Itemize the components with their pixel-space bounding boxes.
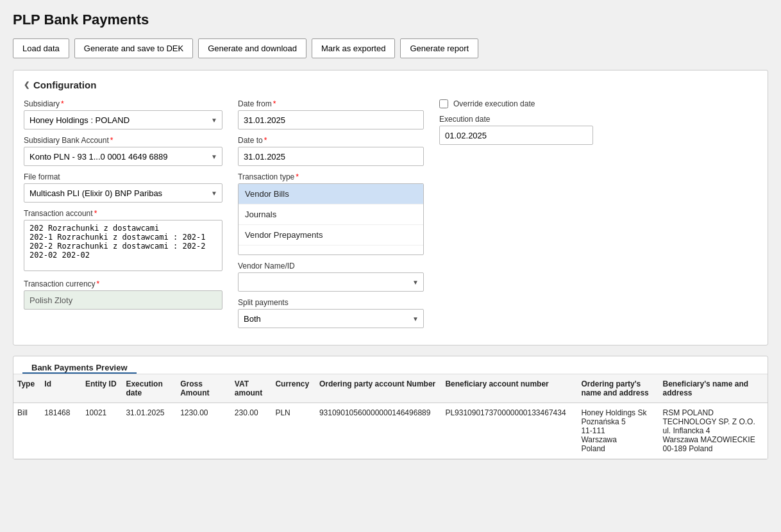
col-header-ordering-name: Ordering party's name and address [577,374,659,403]
config-col-3: Override execution date Execution date [439,99,757,335]
transaction-currency-label: Transaction currency* [24,279,223,288]
config-grid: Subsidiary* Honey Holdings : POLAND Subs… [24,99,757,335]
col-header-ben-name: Beneficiary's name and address [659,374,768,403]
table-body: Bill 181468 10021 31.01.2025 1230.00 230… [13,403,768,459]
file-format-label: File format [24,172,223,181]
file-format-group: File format Multicash PLI (Elixir 0) BNP… [24,172,223,203]
execution-date-label: Execution date [439,115,757,124]
load-data-button[interactable]: Load data [13,38,69,58]
chevron-icon: ❮ [24,81,29,89]
split-payments-label: Split payments [238,298,424,307]
transaction-account-group: Transaction account* 202 Rozrachunki z d… [24,209,223,273]
vendor-name-select-wrapper [238,272,424,292]
split-payments-select-wrapper: BothYesNo [238,309,424,328]
bank-account-label: Subsidiary Bank Account* [24,136,223,145]
config-col-2: Date from* Date to* Transaction type* [238,99,424,335]
split-payments-group: Split payments BothYesNo [238,298,424,328]
cell-gross: 1230.00 [176,403,231,459]
col-header-vat: VAT amount [231,374,272,403]
bank-account-select-wrapper: Konto PLN - 93 1...0 0001 4649 6889 [24,147,223,166]
col-header-currency: Currency [271,374,315,403]
file-format-select-wrapper: Multicash PLI (Elixir 0) BNP Paribas [24,183,223,203]
config-header: ❮ Configuration [24,79,757,90]
file-format-select[interactable]: Multicash PLI (Elixir 0) BNP Paribas [24,183,223,203]
date-to-input[interactable] [238,147,424,166]
cell-ben-name: RSM POLAND TECHNOLOGY SP. Z O.O. ul. Inf… [659,403,768,459]
execution-date-group: Execution date [439,115,757,145]
preview-section: Bank Payments Preview Type Id Entity ID … [13,356,768,460]
toolbar: Load data Generate and save to DEK Gener… [13,38,768,58]
generate-report-button[interactable]: Generate report [400,38,478,58]
col-header-exec: Execution date [122,374,176,403]
date-from-group: Date from* [238,99,424,129]
cell-ordering-num: 93109010560000000146496889 [315,403,441,459]
transaction-type-list-wrapper: Vendor Bills Journals Vendor Prepayments [238,183,424,255]
cell-currency: PLN [271,403,315,459]
tt-item-journals[interactable]: Journals [239,204,423,225]
col-header-ordering-num: Ordering party account Number [315,374,441,403]
transaction-account-textarea[interactable]: 202 Rozrachunki z dostawcami 202-1 Rozra… [24,220,223,271]
override-execution-checkbox[interactable] [439,99,448,108]
transaction-account-label: Transaction account* [24,209,223,218]
subsidiary-select-wrapper: Honey Holdings : POLAND [24,110,223,129]
preview-header-row: Bank Payments Preview [13,356,768,374]
cell-vat: 230.00 [231,403,272,459]
config-title: Configuration [33,79,96,90]
subsidiary-group: Subsidiary* Honey Holdings : POLAND [24,99,223,129]
cell-id: 181468 [40,403,81,459]
date-to-label: Date to* [238,136,424,145]
bank-account-select[interactable]: Konto PLN - 93 1...0 0001 4649 6889 [24,147,223,166]
split-payments-select[interactable]: BothYesNo [238,309,424,328]
col-header-gross: Gross Amount [176,374,231,403]
date-from-label: Date from* [238,99,424,108]
cell-exec-date: 31.01.2025 [122,403,176,459]
tt-item-vendor-prepayments[interactable]: Vendor Prepayments [239,225,423,245]
col-header-id: Id [40,374,81,403]
preview-header: Bank Payments Preview [22,356,137,374]
vendor-name-group: Vendor Name/ID [238,262,424,292]
page-title: PLP Bank Payments [13,12,768,28]
transaction-currency-group: Transaction currency* [24,279,223,310]
transaction-type-group: Transaction type* Vendor Bills Journals … [238,172,424,255]
cell-ben-num: PL93109017370000000133467434 [441,403,577,459]
vendor-name-select[interactable] [238,272,424,292]
transaction-type-label: Transaction type* [238,172,424,181]
config-col-1: Subsidiary* Honey Holdings : POLAND Subs… [24,99,223,335]
configuration-section: ❮ Configuration Subsidiary* Honey Holdin… [13,70,768,345]
generate-download-button[interactable]: Generate and download [198,38,307,58]
tt-item-vendor-bills[interactable]: Vendor Bills [239,184,423,204]
vendor-name-label: Vendor Name/ID [238,262,424,270]
table-header-row: Type Id Entity ID Execution date Gross A… [13,374,768,403]
date-to-group: Date to* [238,136,424,166]
subsidiary-label: Subsidiary* [24,99,223,108]
generate-save-button[interactable]: Generate and save to DEK [74,38,193,58]
date-from-input[interactable] [238,110,424,129]
payments-table: Type Id Entity ID Execution date Gross A… [13,374,768,459]
cell-entity: 10021 [81,403,122,459]
col-header-entity: Entity ID [81,374,122,403]
table-row: Bill 181468 10021 31.01.2025 1230.00 230… [13,403,768,459]
transaction-currency-input[interactable] [24,290,223,310]
cell-type: Bill [13,403,40,459]
mark-exported-button[interactable]: Mark as exported [312,38,395,58]
bank-account-group: Subsidiary Bank Account* Konto PLN - 93 … [24,136,223,166]
override-execution-label: Override execution date [453,99,535,108]
col-header-type: Type [13,374,40,403]
execution-date-input[interactable] [439,126,593,145]
override-execution-row: Override execution date [439,99,757,108]
col-header-ben-num: Beneficiary account number [441,374,577,403]
subsidiary-select[interactable]: Honey Holdings : POLAND [24,110,223,129]
transaction-type-list: Vendor Bills Journals Vendor Prepayments [238,183,424,255]
cell-ordering-name: Honey Holdings Sk Poznańska 5 11-111 War… [577,403,659,459]
